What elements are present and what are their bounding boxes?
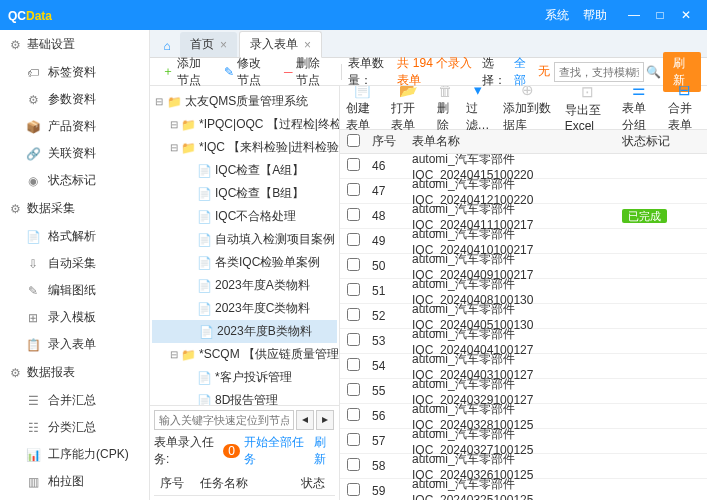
minimize-button[interactable]: —: [621, 2, 647, 28]
maximize-button[interactable]: □: [647, 2, 673, 28]
row-checkbox[interactable]: [347, 258, 360, 271]
excel-icon: ⊡: [581, 86, 594, 101]
tree-search-input[interactable]: [154, 410, 294, 430]
row-checkbox[interactable]: [347, 408, 360, 421]
tree-node[interactable]: 📄*客户投诉管理: [150, 366, 339, 389]
sidebar-item-auto[interactable]: ⇩自动采集: [0, 250, 149, 277]
row-checkbox[interactable]: [347, 283, 360, 296]
minus-icon: ─: [284, 65, 293, 79]
edit-icon: ✎: [26, 284, 40, 298]
search-input[interactable]: [554, 62, 644, 82]
sidebar-group-basic[interactable]: ⚙基础设置: [0, 30, 149, 59]
task-count: 0: [223, 444, 240, 458]
sidebar-item-form[interactable]: 📋录入表单: [0, 331, 149, 358]
delete-icon: 🗑: [438, 86, 453, 99]
sidebar-item-parse[interactable]: 📄格式解析: [0, 223, 149, 250]
tree-node[interactable]: 📄IQC检查【A组】: [150, 159, 339, 182]
sidebar-item-product[interactable]: 📦产品资料: [0, 113, 149, 140]
tree-next-button[interactable]: ▸: [316, 410, 334, 430]
sidebar-item-drawing[interactable]: ✎编辑图纸: [0, 277, 149, 304]
form-icon: 📋: [26, 338, 40, 352]
tree-node[interactable]: 📄2023年度A类物料: [150, 274, 339, 297]
search-icon[interactable]: 🔍: [646, 65, 661, 79]
tab-close-icon[interactable]: ×: [304, 38, 311, 52]
tree-node[interactable]: 📄2023年度C类物料: [150, 297, 339, 320]
edit-icon: ✎: [224, 65, 234, 79]
menu-help[interactable]: 帮助: [583, 7, 607, 24]
table-panel: 📄创建表单 📂打开表单 🗑删除 ▾过滤… ⊕添加到数据库 ⊡导出至Excel ☰…: [340, 86, 707, 500]
plus-icon: ＋: [162, 63, 174, 80]
row-checkbox[interactable]: [347, 433, 360, 446]
group-icon: ☰: [632, 86, 645, 99]
tree-node[interactable]: 📄自动填入检测项目案例: [150, 228, 339, 251]
row-checkbox[interactable]: [347, 158, 360, 171]
close-button[interactable]: ✕: [673, 2, 699, 28]
select-none-link[interactable]: 无: [538, 63, 550, 80]
col-name[interactable]: 表单名称: [406, 133, 616, 150]
row-checkbox[interactable]: [347, 208, 360, 221]
download-icon: ⇩: [26, 257, 40, 271]
sidebar-item-ngok[interactable]: NGNG/OK汇总: [0, 495, 149, 500]
row-checkbox[interactable]: [347, 358, 360, 371]
task-start-link[interactable]: 开始全部任务: [244, 434, 306, 468]
sidebar-item-cpk[interactable]: 📊工序能力(CPK): [0, 441, 149, 468]
select-all-link[interactable]: 全部: [514, 55, 532, 89]
tree-node[interactable]: 📄2023年度B类物料: [152, 320, 337, 343]
new-icon: 📄: [353, 86, 372, 99]
tree-node[interactable]: ⊟📁*IPQC|OQC 【过程检|终检】: [150, 113, 339, 136]
toolbar-delete[interactable]: 🗑删除: [437, 86, 454, 134]
sidebar-item-pareto[interactable]: ▥柏拉图: [0, 468, 149, 495]
row-checkbox[interactable]: [347, 458, 360, 471]
col-status[interactable]: 状态标记: [616, 133, 707, 150]
tree-node[interactable]: 📄各类IQC检验单案例: [150, 251, 339, 274]
toolbar-filter[interactable]: ▾过滤…: [466, 86, 491, 134]
app-logo: QCData: [8, 6, 52, 24]
sidebar-item-merge[interactable]: ☰合并汇总: [0, 387, 149, 414]
gear-icon: ⚙: [10, 38, 21, 52]
tree-prev-button[interactable]: ◂: [296, 410, 314, 430]
toolbar-merge[interactable]: ⊟合并表单: [668, 86, 701, 134]
gear-icon: ⚙: [10, 202, 21, 216]
select-all-checkbox[interactable]: [347, 134, 360, 147]
toolbar-new[interactable]: 📄创建表单: [346, 86, 379, 134]
tree-root[interactable]: ⊟📁太友QMS质量管理系统: [150, 90, 339, 113]
sidebar-item-template[interactable]: ⊞录入模板: [0, 304, 149, 331]
operation-bar: ＋添加节点 ✎修改节点 ─删除节点 表单数量： 共 194 个录入表单 选择： …: [150, 58, 707, 86]
flag-icon: ◉: [26, 174, 40, 188]
sidebar: ⚙基础设置 🏷标签资料 ⚙参数资料 📦产品资料 🔗关联资料 ◉状态标记 ⚙数据采…: [0, 30, 150, 500]
table-row[interactable]: 59automi_汽车零部件IQC_20240325100125: [340, 479, 707, 500]
tree-node[interactable]: ⊟📁*IQC 【来料检验|进料检验】: [150, 136, 339, 159]
tree-node[interactable]: 📄IQC检查【B组】: [150, 182, 339, 205]
row-checkbox[interactable]: [347, 483, 360, 496]
row-checkbox[interactable]: [347, 233, 360, 246]
task-col-name: 任务名称: [194, 475, 295, 492]
sidebar-item-status[interactable]: ◉状态标记: [0, 167, 149, 194]
sidebar-item-category[interactable]: ☷分类汇总: [0, 414, 149, 441]
merge-icon: ☰: [26, 394, 40, 408]
tree-node[interactable]: ⊟📁*SCQM 【供应链质量管理】: [150, 343, 339, 366]
toolbar-append[interactable]: ⊕添加到数据库: [503, 86, 553, 134]
toolbar-open[interactable]: 📂打开表单: [391, 86, 424, 134]
toolbar-group[interactable]: ☰表单分组: [622, 86, 655, 134]
sidebar-item-relation[interactable]: 🔗关联资料: [0, 140, 149, 167]
sidebar-item-param[interactable]: ⚙参数资料: [0, 86, 149, 113]
row-checkbox[interactable]: [347, 308, 360, 321]
sidebar-item-label[interactable]: 🏷标签资料: [0, 59, 149, 86]
sidebar-group-collect[interactable]: ⚙数据采集: [0, 194, 149, 223]
row-checkbox[interactable]: [347, 383, 360, 396]
row-checkbox[interactable]: [347, 333, 360, 346]
sidebar-group-report[interactable]: ⚙数据报表: [0, 358, 149, 387]
tree-node[interactable]: 📄8D报告管理: [150, 389, 339, 405]
toolbar-excel[interactable]: ⊡导出至Excel: [565, 86, 610, 133]
task-refresh-link[interactable]: 刷新: [314, 434, 335, 468]
file-icon: 📄: [26, 230, 40, 244]
template-icon: ⊞: [26, 311, 40, 325]
col-seq[interactable]: 序号: [366, 133, 406, 150]
row-checkbox[interactable]: [347, 183, 360, 196]
tab-close-icon[interactable]: ×: [220, 38, 227, 52]
bars-icon: ▥: [26, 475, 40, 489]
menu-system[interactable]: 系统: [545, 7, 569, 24]
status-badge: 已完成: [622, 209, 667, 223]
task-col-seq: 序号: [154, 475, 194, 492]
tree-node[interactable]: 📄IQC不合格处理: [150, 205, 339, 228]
